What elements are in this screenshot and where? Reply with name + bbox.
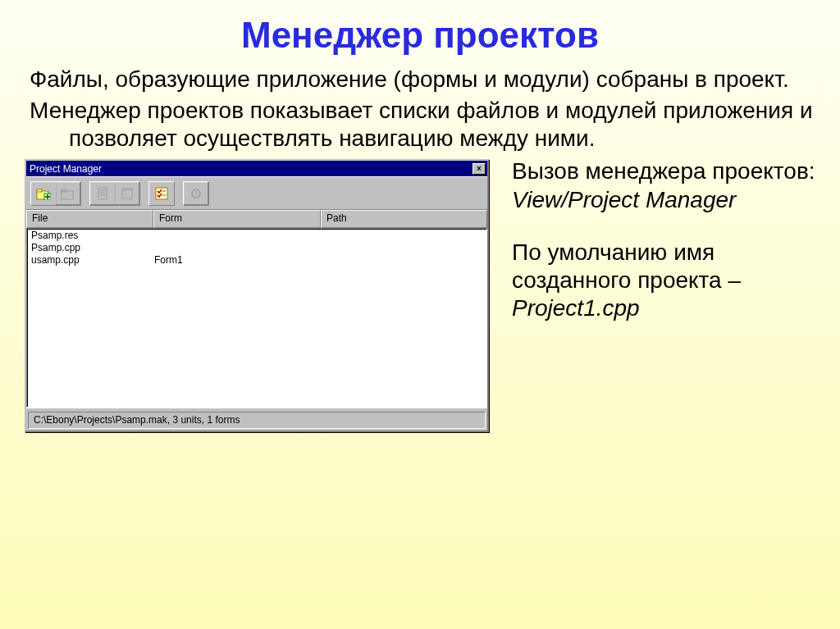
- cell-path: [322, 254, 482, 267]
- cell-path: [322, 230, 482, 242]
- update-button[interactable]: [184, 182, 208, 205]
- list-item[interactable]: usamp.cpp Form1: [27, 254, 486, 267]
- close-icon[interactable]: ×: [472, 163, 486, 175]
- form-icon: [121, 187, 134, 200]
- toolbar-group-view: [89, 181, 140, 206]
- right-para-2: По умолчанию имя созданного проекта – Pr…: [512, 239, 815, 322]
- cell-form: [154, 230, 322, 242]
- toolbar: [26, 176, 487, 209]
- status-text: C:\Ebony\Projects\Psamp.mak, 3 units, 1 …: [28, 412, 486, 429]
- refresh-icon: [189, 187, 203, 200]
- column-headers: File Form Path: [26, 209, 487, 229]
- toolbar-group-update: [183, 181, 209, 206]
- folder-minus-icon: [61, 187, 75, 200]
- right-para-1: Вызов менеджера проектов: View/Project M…: [512, 157, 815, 213]
- slide: Менеджер проектов Файлы, образующие прил…: [0, 0, 840, 629]
- list-item[interactable]: Psamp.res: [27, 230, 486, 242]
- right-para-1-plain: Вызов менеджера проектов:: [512, 158, 815, 184]
- view-form-button[interactable]: [115, 182, 139, 205]
- list-item[interactable]: Psamp.cpp: [27, 242, 486, 254]
- header-file[interactable]: File: [26, 210, 153, 228]
- paragraph-2: Менеджер проектов показывает списки файл…: [30, 97, 815, 153]
- svg-rect-12: [122, 189, 132, 191]
- cell-path: [322, 242, 482, 254]
- lower-row: Project Manager ×: [25, 157, 815, 432]
- file-list[interactable]: Psamp.res Psamp.cpp usamp.cpp Form1: [26, 229, 487, 408]
- titlebar-title: Project Manager: [30, 163, 102, 175]
- right-column: Вызов менеджера проектов: View/Project M…: [489, 157, 815, 347]
- checklist-icon: [155, 187, 168, 200]
- header-form[interactable]: Form: [153, 210, 321, 228]
- svg-rect-1: [37, 189, 42, 192]
- cell-file: usamp.cpp: [31, 254, 154, 267]
- right-para-2-filename: Project1.cpp: [512, 295, 640, 321]
- cell-file: Psamp.res: [31, 230, 154, 242]
- add-unit-button[interactable]: [31, 182, 56, 205]
- cell-form: Form1: [154, 254, 322, 267]
- cell-file: Psamp.cpp: [31, 242, 154, 254]
- remove-unit-button[interactable]: [56, 182, 80, 205]
- toolbar-group-file: [30, 181, 81, 206]
- svg-rect-7: [98, 188, 107, 199]
- folder-plus-icon: [36, 187, 51, 200]
- screenshot-container: Project Manager ×: [25, 159, 489, 432]
- view-unit-button[interactable]: [90, 182, 115, 205]
- right-para-1-menu: View/Project Manager: [512, 187, 736, 212]
- document-icon: [96, 187, 109, 200]
- options-button[interactable]: [149, 182, 174, 205]
- slide-title: Менеджер проектов: [25, 15, 815, 56]
- toolbar-group-options: [148, 181, 175, 206]
- right-para-2-plain: По умолчанию имя созданного проекта –: [512, 239, 741, 293]
- titlebar[interactable]: Project Manager ×: [26, 161, 487, 176]
- statusbar: C:\Ebony\Projects\Psamp.mak, 3 units, 1 …: [26, 408, 487, 431]
- cell-form: [154, 242, 322, 254]
- header-path[interactable]: Path: [321, 210, 487, 228]
- slide-body: Файлы, образующие приложение (формы и мо…: [30, 66, 815, 153]
- paragraph-1: Файлы, образующие приложение (формы и мо…: [30, 66, 815, 93]
- project-manager-window: Project Manager ×: [25, 159, 489, 432]
